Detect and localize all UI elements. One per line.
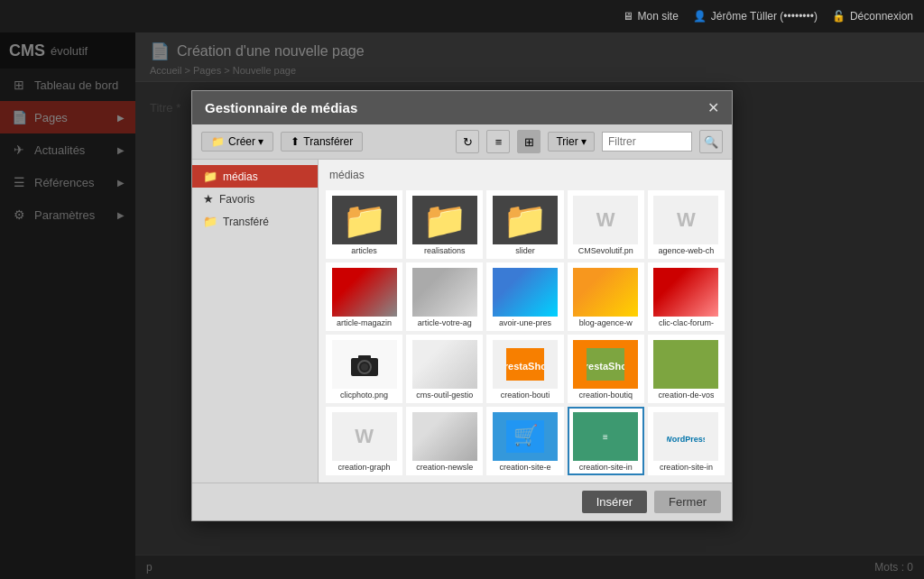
clic-clac-label: clic-clac-forum-: [659, 318, 714, 327]
nav-favoris[interactable]: ★ Favoris: [192, 188, 318, 210]
modal-overlay: Gestionnaire de médias ✕ 📁 Créer ▾ ⬆ Tra…: [0, 32, 924, 579]
media-item-creation-de-vos[interactable]: creation-de-vos: [648, 335, 725, 403]
modal-footer: Insérer Fermer: [192, 482, 732, 520]
article-magazin-label: article-magazin: [337, 318, 392, 327]
media-item-cms-outil[interactable]: cms-outil-gestio: [406, 335, 483, 403]
media-item-clic-clac[interactable]: clic-clac-forum-: [648, 262, 725, 331]
medias-folder-icon: 📁: [203, 170, 217, 183]
media-item-creation-site-in1[interactable]: ≡ creation-site-in: [568, 407, 644, 475]
nav-medias-label: médias: [223, 170, 258, 183]
media-item-article-votre[interactable]: article-votre-ag: [406, 262, 483, 331]
folder-plus-icon: 📁: [211, 135, 225, 148]
grid-icon: ⊞: [524, 135, 534, 149]
realisations-thumb: 📁: [412, 196, 477, 244]
media-item-cms[interactable]: W CMSevolutif.pn: [568, 190, 644, 259]
media-item-slider[interactable]: 📁 slider: [486, 190, 563, 259]
agence-thumb: W: [653, 196, 718, 244]
user-icon: 👤: [693, 10, 707, 23]
media-item-realisations[interactable]: 📁 realisations: [406, 190, 483, 259]
blog-agence-label: blog-agence-w: [579, 318, 633, 327]
grid-view-button[interactable]: ⊞: [517, 130, 541, 153]
svg-text:≡: ≡: [603, 432, 608, 442]
creation-site-in2-label: creation-site-in: [660, 463, 713, 472]
trier-label: Trier ▾: [556, 135, 587, 148]
articles-label: articles: [351, 246, 377, 255]
slider-thumb: 📁: [493, 196, 558, 244]
creation-newsle-thumb: [412, 412, 477, 461]
creation-de-vos-thumb: [653, 340, 718, 389]
modal-header: Gestionnaire de médias ✕: [192, 91, 732, 124]
transferer-label: Transférer: [303, 135, 353, 148]
creation-boutiq1-label: creation-bouti: [501, 391, 550, 400]
slider-label: slider: [515, 246, 535, 255]
creation-site-e-thumb: 🛒: [493, 412, 558, 461]
trier-button[interactable]: Trier ▾: [548, 132, 595, 152]
insert-button[interactable]: Insérer: [582, 491, 647, 513]
media-item-creation-graph[interactable]: W creation-graph: [326, 407, 402, 475]
mon-site-label: Mon site: [638, 10, 679, 23]
list-icon: ≡: [495, 135, 503, 149]
nav-transfere-label: Transféré: [223, 216, 269, 228]
media-item-creation-site-e[interactable]: 🛒 creation-site-e: [486, 407, 563, 475]
nav-favoris-label: Favoris: [219, 193, 254, 206]
svg-text:PrestaShop: PrestaShop: [587, 361, 624, 372]
modal-toolbar: 📁 Créer ▾ ⬆ Transférer ↻ ≡ ⊞ Trier ▾: [192, 124, 732, 160]
creer-button[interactable]: 📁 Créer ▾: [201, 132, 273, 152]
clic-clac-thumb: [653, 268, 718, 317]
modal-body: 📁 médias ★ Favoris 📁 Transféré médias: [192, 160, 732, 482]
logout-link[interactable]: 🔓 Déconnexion: [832, 10, 913, 23]
mon-site-link[interactable]: 🖥 Mon site: [623, 10, 679, 23]
media-item-blog-agence[interactable]: blog-agence-w: [568, 262, 644, 331]
media-content: médias 📁 articles 📁 realisations: [319, 160, 732, 482]
folder-icon-slider: 📁: [503, 199, 548, 242]
nav-transfere[interactable]: 📁 Transféré: [192, 210, 318, 233]
media-item-creation-newsle[interactable]: creation-newsle: [406, 407, 483, 475]
filter-input[interactable]: [602, 132, 692, 152]
media-item-creation-boutiq2[interactable]: PrestaShop creation-boutiq: [568, 335, 644, 403]
nav-medias[interactable]: 📁 médias: [192, 165, 318, 188]
media-item-article-magazin[interactable]: article-magazin: [326, 262, 402, 331]
avoir-pres-label: avoir-une-pres: [499, 318, 551, 327]
cms-outil-label: cms-outil-gestio: [416, 391, 473, 400]
cms-outil-thumb: [412, 340, 477, 389]
creation-graph-label: creation-graph: [338, 463, 391, 472]
creation-de-vos-label: creation-de-vos: [658, 391, 714, 400]
media-item-articles[interactable]: 📁 articles: [326, 190, 402, 259]
monitor-icon: 🖥: [623, 10, 633, 23]
folder-icon-articles: 📁: [342, 199, 387, 242]
modal-title: Gestionnaire de médias: [205, 100, 357, 115]
refresh-button[interactable]: ↻: [456, 130, 479, 153]
media-item-creation-site-in2[interactable]: WordPress creation-site-in: [648, 407, 725, 475]
transferer-button[interactable]: ⬆ Transférer: [281, 132, 363, 152]
clicphoto-thumb: [332, 340, 397, 389]
media-path: médias: [326, 167, 725, 183]
article-votre-label: article-votre-ag: [418, 318, 472, 327]
transfere-folder-icon: 📁: [203, 215, 217, 228]
logout-label: Déconnexion: [850, 10, 913, 23]
media-item-creation-boutiq1[interactable]: PrestaShop creation-bouti: [486, 335, 563, 403]
search-button[interactable]: 🔍: [699, 130, 723, 153]
svg-rect-3: [358, 355, 371, 360]
user-name: Jérôme Tüller (••••••••): [711, 10, 818, 23]
blog-agence-thumb: [573, 268, 638, 317]
media-item-clicphoto[interactable]: clicphoto.png: [326, 335, 402, 403]
search-icon: 🔍: [704, 135, 718, 149]
svg-text:🛒: 🛒: [513, 423, 538, 447]
refresh-icon: ↻: [463, 135, 473, 149]
logout-icon: 🔓: [832, 10, 845, 23]
close-footer-button[interactable]: Fermer: [654, 491, 721, 513]
creation-boutiq1-thumb: PrestaShop: [493, 340, 558, 389]
creation-boutiq2-label: creation-boutiq: [578, 391, 633, 400]
realisations-label: realisations: [424, 246, 466, 255]
articles-thumb: 📁: [332, 196, 397, 244]
creer-label: Créer ▾: [228, 135, 263, 148]
cms-label: CMSevolutif.pn: [578, 246, 633, 255]
svg-text:WordPress: WordPress: [667, 435, 705, 444]
modal-close-button[interactable]: ✕: [707, 101, 719, 115]
creation-site-in2-thumb: WordPress: [653, 412, 718, 461]
media-item-avoir-pres[interactable]: avoir-une-pres: [486, 262, 563, 331]
upload-icon: ⬆: [291, 135, 300, 148]
media-item-agence[interactable]: W agence-web-ch: [648, 190, 725, 259]
list-view-button[interactable]: ≡: [486, 130, 510, 153]
user-info: 👤 Jérôme Tüller (••••••••): [693, 10, 818, 23]
